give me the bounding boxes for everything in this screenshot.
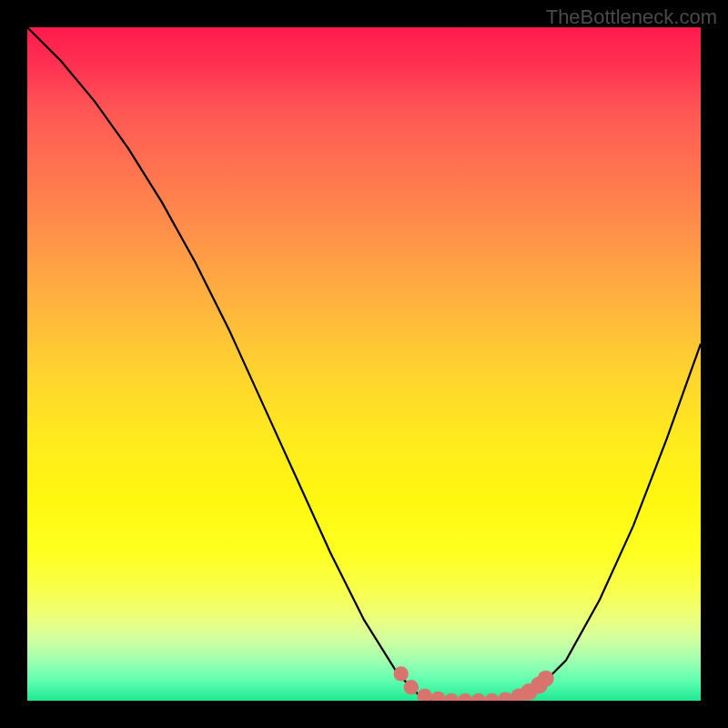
chart-svg — [27, 27, 701, 701]
curve-marker — [417, 689, 431, 701]
curve-marker — [471, 693, 486, 701]
curve-marker — [498, 692, 512, 701]
curve-marker — [484, 693, 499, 701]
chart-plot-area — [27, 27, 701, 701]
curve-marker — [430, 692, 445, 701]
curve-marker — [511, 689, 527, 701]
curve-marker — [538, 671, 554, 687]
curve-marker — [394, 666, 409, 681]
watermark-text: TheBottleneck.com — [546, 5, 717, 29]
curve-markers — [394, 666, 554, 701]
bottleneck-curve-line — [27, 27, 701, 701]
curve-marker — [404, 680, 419, 694]
curve-marker — [458, 693, 472, 701]
curve-marker — [531, 677, 548, 694]
curve-marker — [521, 683, 538, 701]
curve-marker — [444, 693, 459, 701]
